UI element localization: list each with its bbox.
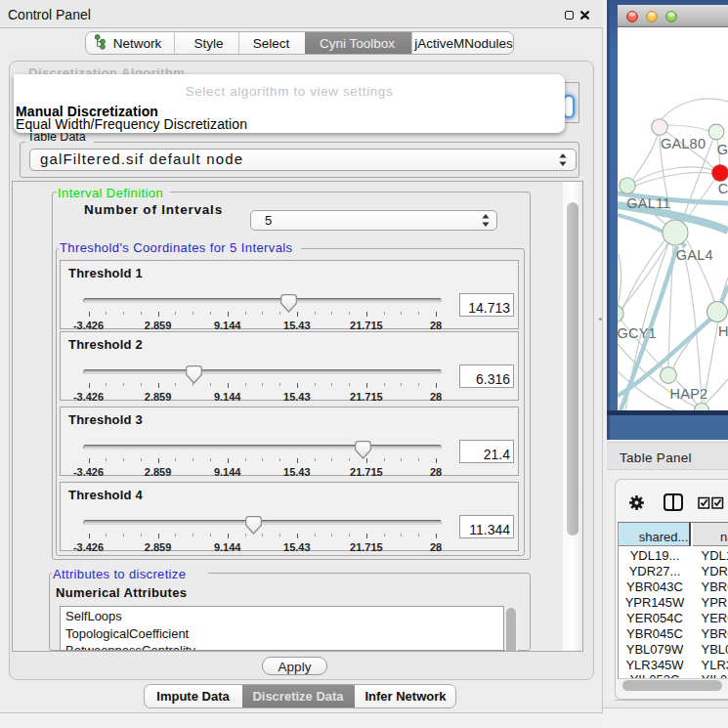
svg-text:GCY1: GCY1 [618, 325, 657, 341]
svg-text:HA: HA [718, 323, 728, 339]
svg-text:GAL11: GAL11 [626, 195, 670, 211]
svg-text:GAL80: GAL80 [661, 136, 706, 151]
svg-text:HAP2: HAP2 [670, 386, 708, 402]
svg-text:GA: GA [717, 142, 728, 157]
svg-text:CD: CD [718, 181, 728, 196]
svg-text:GAL4: GAL4 [676, 247, 713, 263]
